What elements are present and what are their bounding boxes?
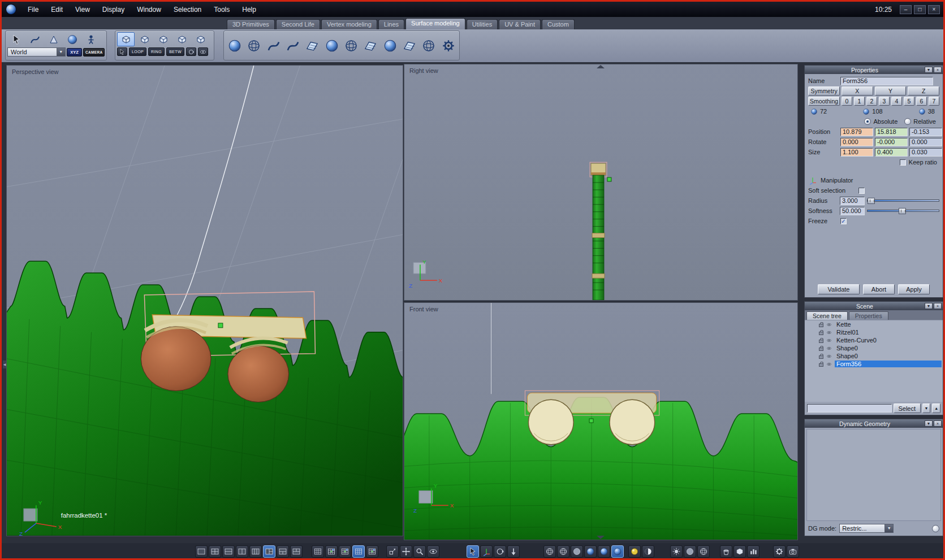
cube-loop-tool-icon[interactable]: [117, 32, 135, 46]
maximize-button[interactable]: □: [914, 5, 926, 14]
surface-tool-thickness-icon[interactable]: [342, 33, 360, 59]
menu-window[interactable]: Window: [131, 6, 167, 14]
cube-edge-tool-icon[interactable]: [173, 32, 191, 46]
pan-icon[interactable]: [400, 545, 412, 558]
tree-item-kette[interactable]: Kette: [805, 320, 943, 328]
visibility-eye-icon[interactable]: [826, 362, 832, 367]
surface-tool-offset-icon[interactable]: [361, 33, 379, 59]
tab-second-life[interactable]: Second Life: [276, 19, 320, 29]
smoothing-level-2[interactable]: 2: [866, 97, 877, 106]
transform-tool-icon[interactable]: [467, 545, 479, 558]
scene-up-button[interactable]: ▲: [932, 403, 940, 413]
chain-side-object[interactable]: [591, 163, 606, 300]
loop-button[interactable]: LOOP: [129, 47, 146, 56]
menu-edit[interactable]: Edit: [45, 6, 69, 14]
position-y-input[interactable]: [875, 128, 908, 136]
drop-to-ground-icon[interactable]: [507, 545, 520, 558]
smoothing-button[interactable]: Smoothing: [808, 97, 840, 106]
softness-slider[interactable]: [867, 210, 939, 212]
surface-tool-smooth-icon[interactable]: [226, 33, 244, 59]
perspective-viewport[interactable]: Y X Z fahrradkette01 * Perspective view: [6, 65, 403, 536]
symmetry-x-button[interactable]: X: [842, 86, 873, 95]
symmetry-button[interactable]: Symmetry: [808, 86, 840, 95]
tab-scene-properties[interactable]: Properties: [849, 311, 888, 320]
tab-lines[interactable]: Lines: [378, 19, 404, 29]
menu-help[interactable]: Help: [236, 6, 262, 14]
display-wireframe-icon[interactable]: [543, 545, 556, 558]
symmetry-z-button[interactable]: Z: [908, 86, 939, 95]
tab-custom[interactable]: Custom: [542, 19, 575, 29]
scene-dropdown-button[interactable]: ▼: [922, 403, 931, 413]
scene-filter-input[interactable]: [807, 404, 892, 413]
lasso-select-icon[interactable]: [26, 32, 44, 46]
shadows-icon[interactable]: [697, 545, 710, 558]
freeze-checkbox[interactable]: ✓: [840, 218, 847, 224]
tab-scene-tree[interactable]: Scene tree: [806, 311, 848, 320]
scene-collapse-icon[interactable]: ▼: [925, 303, 933, 309]
abort-button[interactable]: Abort: [863, 284, 895, 294]
rotate-y-input[interactable]: [875, 138, 908, 146]
right-viewport[interactable]: Y X Z Right view: [404, 64, 798, 301]
lock-icon[interactable]: [819, 332, 823, 335]
size-z-input[interactable]: [909, 148, 942, 157]
material-paint-icon[interactable]: [720, 545, 732, 558]
smoothing-level-5[interactable]: 5: [904, 97, 914, 106]
between-button[interactable]: BETW: [166, 47, 184, 56]
layout-quad-icon[interactable]: [209, 545, 221, 558]
softness-slider-thumb[interactable]: [899, 208, 906, 214]
layout-two-top-one-bottom-icon[interactable]: [290, 545, 303, 558]
orbit-tool-icon[interactable]: [494, 545, 506, 558]
mannequin-icon[interactable]: [82, 32, 100, 46]
rotate-z-input[interactable]: [909, 138, 942, 146]
tree-item-form356[interactable]: Form356: [805, 360, 943, 368]
dynamic-geometry-tool-icon[interactable]: [439, 33, 458, 59]
chain-roller-object[interactable]: [228, 338, 289, 402]
smoothing-level-6[interactable]: 6: [916, 97, 927, 106]
texture-view-icon[interactable]: [339, 545, 351, 558]
stats-icon[interactable]: [747, 545, 760, 558]
occlusion-select-icon[interactable]: [198, 47, 208, 56]
tab-surface-modeling[interactable]: Surface modeling: [405, 18, 465, 29]
soft-selection-checkbox[interactable]: [858, 188, 865, 194]
sphere-select-icon[interactable]: [63, 32, 81, 46]
validate-button[interactable]: Validate: [818, 284, 860, 294]
surface-tool-stitch-icon[interactable]: [400, 33, 418, 59]
smoothing-level-3[interactable]: 3: [879, 97, 890, 106]
chain-curve-object[interactable]: [173, 66, 254, 322]
position-x-input[interactable]: [840, 128, 873, 136]
lock-icon[interactable]: [819, 348, 823, 351]
camera-button[interactable]: CAMERA: [83, 48, 105, 57]
object-mode-icon[interactable]: [733, 545, 746, 558]
tree-item-ketten-curve0[interactable]: Ketten-Curve0: [805, 336, 943, 344]
smoothing-level-4[interactable]: 4: [891, 97, 902, 106]
default-lights-icon[interactable]: [670, 545, 683, 558]
smoothing-level-1[interactable]: 1: [854, 97, 865, 106]
menu-file[interactable]: File: [21, 6, 45, 14]
size-y-input[interactable]: [875, 148, 908, 157]
select-button[interactable]: Select: [894, 403, 921, 413]
perspective-scene[interactable]: Y X Z fahrradkette01 *: [7, 66, 403, 536]
properties-collapse-icon[interactable]: ▼: [925, 67, 933, 73]
background-color-icon[interactable]: [628, 545, 641, 558]
visibility-eye-icon[interactable]: [826, 330, 832, 335]
cube-border-tool-icon[interactable]: [192, 32, 209, 46]
edge-pick-icon[interactable]: [117, 47, 127, 56]
tree-item-shape0-b[interactable]: Shape0: [805, 352, 943, 360]
paint-view-icon[interactable]: [352, 545, 365, 558]
display-smooth-icon[interactable]: [584, 545, 597, 558]
tree-item-ritzel01[interactable]: Ritzel01: [805, 328, 943, 336]
menu-display[interactable]: Display: [96, 6, 131, 14]
lock-icon[interactable]: [819, 355, 823, 359]
scene-panel-titlebar[interactable]: Scene ▼ ×: [805, 302, 943, 310]
pivot-point[interactable]: [218, 323, 223, 328]
chain-roller-object[interactable]: [610, 400, 655, 445]
right-scene[interactable]: Y X Z: [404, 64, 797, 300]
position-z-input[interactable]: [909, 128, 942, 136]
visibility-eye-icon[interactable]: [826, 354, 832, 359]
tab-vertex-modeling[interactable]: Vertex modeling: [321, 19, 377, 29]
close-button[interactable]: ×: [928, 5, 940, 14]
display-textured-shaded-icon[interactable]: [611, 545, 624, 558]
world-dropdown-arrow-icon[interactable]: ▼: [57, 48, 65, 56]
dg-collapse-icon[interactable]: ▼: [925, 420, 933, 427]
visibility-eye-icon[interactable]: [826, 338, 832, 343]
